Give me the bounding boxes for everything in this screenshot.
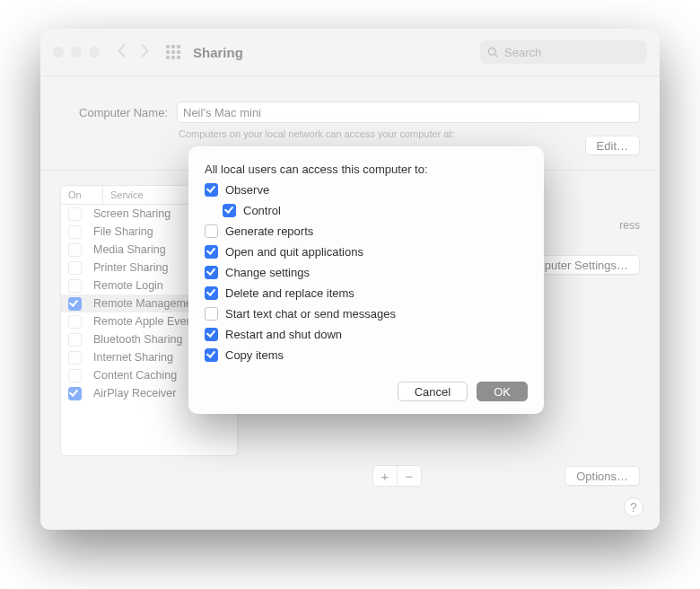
search-icon [487, 47, 499, 58]
nav-buttons [112, 43, 153, 62]
permission-checkbox[interactable] [205, 183, 218, 197]
service-checkbox[interactable] [68, 387, 82, 400]
ok-button[interactable]: OK [477, 382, 528, 401]
service-label: Remote Login [88, 279, 163, 292]
permission-row: Change settings [205, 266, 528, 279]
permission-row: Restart and shut down [205, 328, 528, 341]
permission-label: Control [243, 204, 281, 217]
service-label: AirPlay Receiver [88, 387, 176, 400]
permission-label: Generate reports [225, 224, 313, 238]
toolbar: Sharing Search [40, 29, 660, 76]
permission-label: Open and quit applications [225, 245, 363, 259]
options-button[interactable]: Options… [564, 466, 640, 486]
zoom-window-button[interactable] [89, 47, 100, 57]
col-service: Service [103, 186, 151, 204]
service-label: Bluetooth Sharing [88, 333, 182, 346]
edit-button[interactable]: Edit… [585, 136, 640, 155]
help-button[interactable]: ? [624, 497, 643, 517]
service-checkbox[interactable] [68, 279, 82, 293]
col-on: On [61, 186, 103, 204]
service-checkbox[interactable] [68, 369, 82, 382]
computer-name-input[interactable] [177, 101, 640, 123]
service-checkbox[interactable] [68, 261, 82, 275]
traffic-lights [53, 47, 100, 57]
service-checkbox[interactable] [68, 351, 82, 365]
service-label: Remote Management [88, 297, 201, 310]
permission-checkbox[interactable] [205, 286, 218, 300]
service-checkbox[interactable] [68, 243, 82, 257]
permissions-sheet: All local users can access this computer… [188, 146, 544, 414]
permission-label: Restart and shut down [225, 328, 342, 341]
service-checkbox[interactable] [68, 333, 82, 347]
show-all-icon[interactable] [166, 45, 180, 59]
permission-checkbox[interactable] [205, 307, 218, 321]
search-field[interactable]: Search [480, 40, 647, 64]
forward-button[interactable] [136, 43, 153, 62]
service-label: Remote Apple Events [88, 315, 201, 328]
permission-row: Generate reports [205, 224, 528, 238]
address-suffix-text: ress [619, 219, 640, 232]
permission-row: Delete and replace items [205, 286, 528, 300]
permission-row: Open and quit applications [205, 245, 528, 259]
permission-row: Control [223, 204, 528, 217]
close-window-button[interactable] [53, 47, 64, 57]
computer-name-label: Computer Name: [60, 106, 168, 119]
permission-checkbox[interactable] [205, 348, 218, 362]
service-label: Content Caching [88, 369, 177, 382]
permission-row: Observe [205, 183, 528, 197]
back-button[interactable] [112, 43, 130, 62]
permission-row: Copy items [205, 348, 528, 362]
permission-checkbox[interactable] [205, 245, 218, 259]
permission-label: Delete and replace items [225, 286, 354, 300]
search-placeholder: Search [504, 46, 541, 59]
computer-name-subtext: Computers on your local network can acce… [179, 128, 455, 139]
pane-title: Sharing [193, 45, 243, 60]
permission-label: Observe [225, 183, 269, 197]
service-checkbox[interactable] [68, 207, 82, 221]
remove-button[interactable]: − [397, 466, 421, 486]
permission-label: Change settings [225, 266, 310, 279]
service-label: Media Sharing [88, 243, 166, 256]
add-button[interactable]: + [373, 466, 397, 486]
permission-checkbox[interactable] [205, 266, 218, 279]
sheet-title: All local users can access this computer… [205, 163, 528, 176]
add-remove-segmented: + − [372, 465, 422, 487]
permission-checkbox[interactable] [205, 224, 218, 238]
service-checkbox[interactable] [68, 297, 82, 311]
service-checkbox[interactable] [68, 225, 82, 239]
permission-checkbox[interactable] [223, 204, 236, 217]
service-label: Screen Sharing [88, 207, 171, 220]
permission-label: Start text chat or send messages [225, 307, 396, 321]
minimize-window-button[interactable] [71, 47, 82, 57]
permission-checkbox[interactable] [205, 328, 218, 341]
service-label: File Sharing [88, 225, 153, 238]
service-label: Internet Sharing [88, 351, 173, 364]
service-checkbox[interactable] [68, 315, 82, 329]
cancel-button[interactable]: Cancel [398, 382, 468, 401]
permission-label: Copy items [225, 348, 284, 362]
permission-row: Start text chat or send messages [205, 307, 528, 321]
service-label: Printer Sharing [88, 261, 168, 274]
